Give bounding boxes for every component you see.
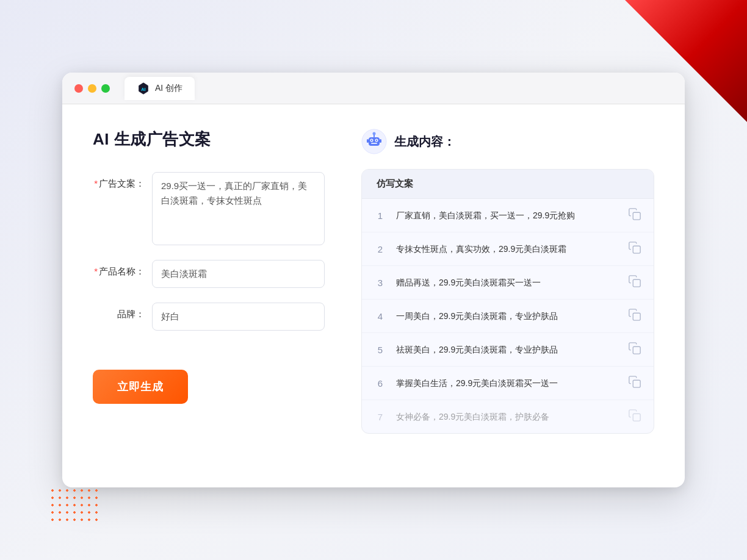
product-name-row: *产品名称： <box>93 260 325 288</box>
svg-rect-11 <box>367 139 369 143</box>
copy-icon[interactable] <box>628 375 641 391</box>
table-row[interactable]: 7女神必备，29.9元美白淡斑霜，护肤必备 <box>362 400 654 433</box>
row-text: 女神必备，29.9元美白淡斑霜，护肤必备 <box>396 411 618 423</box>
row-number: 5 <box>374 345 386 355</box>
traffic-lights <box>74 84 110 93</box>
brand-row: 品牌： <box>93 303 325 331</box>
row-number: 2 <box>374 244 386 254</box>
brand-group: 品牌： <box>93 303 325 331</box>
brand-label: 品牌： <box>93 303 145 320</box>
result-title: 生成内容： <box>394 134 455 150</box>
table-row[interactable]: 4一周美白，29.9元美白淡斑霜，专业护肤品 <box>362 300 654 333</box>
row-text: 祛斑美白，29.9元美白淡斑霜，专业护肤品 <box>396 343 618 356</box>
svg-rect-3 <box>369 137 380 146</box>
ad-copy-required: * <box>94 178 98 188</box>
table-header: 仿写文案 <box>362 170 654 199</box>
row-text: 赠品再送，29.9元美白淡斑霜买一送一 <box>396 276 618 289</box>
row-number: 7 <box>374 412 386 422</box>
copy-icon[interactable] <box>628 241 641 257</box>
robot-icon <box>361 129 387 154</box>
row-number: 6 <box>374 378 386 389</box>
ai-tab-icon: AI <box>137 82 150 95</box>
ai-create-tab[interactable]: AI AI 创作 <box>125 77 195 100</box>
table-row[interactable]: 2专抹女性斑点，真实功效，29.9元美白淡斑霜 <box>362 232 654 266</box>
copy-icon[interactable] <box>628 342 641 357</box>
svg-point-10 <box>373 132 376 135</box>
main-content: AI 生成广告文案 *广告文案： *产品名称： <box>62 104 685 483</box>
svg-rect-15 <box>633 279 640 287</box>
row-number: 4 <box>374 311 386 321</box>
copy-icon[interactable] <box>628 207 641 223</box>
ad-copy-input[interactable] <box>152 172 325 245</box>
row-text: 专抹女性斑点，真实功效，29.9元美白淡斑霜 <box>396 243 618 256</box>
product-name-input[interactable] <box>152 260 325 288</box>
svg-rect-14 <box>633 246 640 253</box>
ad-copy-label: *广告文案： <box>93 172 145 190</box>
result-rows: 1厂家直销，美白淡斑霜，买一送一，29.9元抢购 2专抹女性斑点，真实功效，29… <box>362 199 654 433</box>
brand-input[interactable] <box>152 303 325 331</box>
row-number: 3 <box>374 278 386 288</box>
table-row[interactable]: 3赠品再送，29.9元美白淡斑霜买一送一 <box>362 266 654 300</box>
page-title: AI 生成广告文案 <box>93 129 325 150</box>
svg-rect-8 <box>371 143 377 144</box>
row-number: 1 <box>374 210 386 221</box>
svg-rect-17 <box>633 346 640 354</box>
maximize-button[interactable] <box>101 84 110 93</box>
minimize-button[interactable] <box>88 84 96 93</box>
app-window: AI AI 创作 AI 生成广告文案 *广告文案： <box>62 73 685 487</box>
table-row[interactable]: 5祛斑美白，29.9元美白淡斑霜，专业护肤品 <box>362 333 654 367</box>
result-table: 仿写文案 1厂家直销，美白淡斑霜，买一送一，29.9元抢购 2专抹女性斑点，真实… <box>361 169 654 434</box>
product-name-label: *产品名称： <box>93 260 145 278</box>
svg-text:AI: AI <box>141 86 145 92</box>
row-text: 一周美白，29.9元美白淡斑霜，专业护肤品 <box>396 310 618 323</box>
left-panel: AI 生成广告文案 *广告文案： *产品名称： <box>93 129 325 458</box>
close-button[interactable] <box>74 84 83 93</box>
svg-rect-19 <box>633 414 640 421</box>
copy-icon[interactable] <box>628 275 641 290</box>
svg-point-6 <box>371 140 372 141</box>
row-text: 掌握美白生活，29.9元美白淡斑霜买一送一 <box>396 377 618 390</box>
svg-rect-12 <box>380 139 381 143</box>
copy-icon[interactable] <box>628 409 641 425</box>
product-name-group: *产品名称： <box>93 260 325 288</box>
table-row[interactable]: 1厂家直销，美白淡斑霜，买一送一，29.9元抢购 <box>362 199 654 232</box>
svg-rect-16 <box>633 313 640 320</box>
result-header: 生成内容： <box>361 129 654 154</box>
svg-point-7 <box>376 140 377 141</box>
table-row[interactable]: 6掌握美白生活，29.9元美白淡斑霜买一送一 <box>362 367 654 400</box>
tab-label: AI 创作 <box>155 83 182 94</box>
svg-rect-13 <box>633 212 640 220</box>
svg-rect-18 <box>633 380 640 387</box>
ad-copy-group: *广告文案： <box>93 172 325 245</box>
titlebar: AI AI 创作 <box>62 73 685 104</box>
generate-button[interactable]: 立即生成 <box>93 370 188 404</box>
copy-icon[interactable] <box>628 308 641 324</box>
right-panel: 生成内容： 仿写文案 1厂家直销，美白淡斑霜，买一送一，29.9元抢购 2专抹女… <box>361 129 654 458</box>
product-name-required: * <box>94 266 98 276</box>
row-text: 厂家直销，美白淡斑霜，买一送一，29.9元抢购 <box>396 209 618 222</box>
ad-copy-row: *广告文案： <box>93 172 325 245</box>
